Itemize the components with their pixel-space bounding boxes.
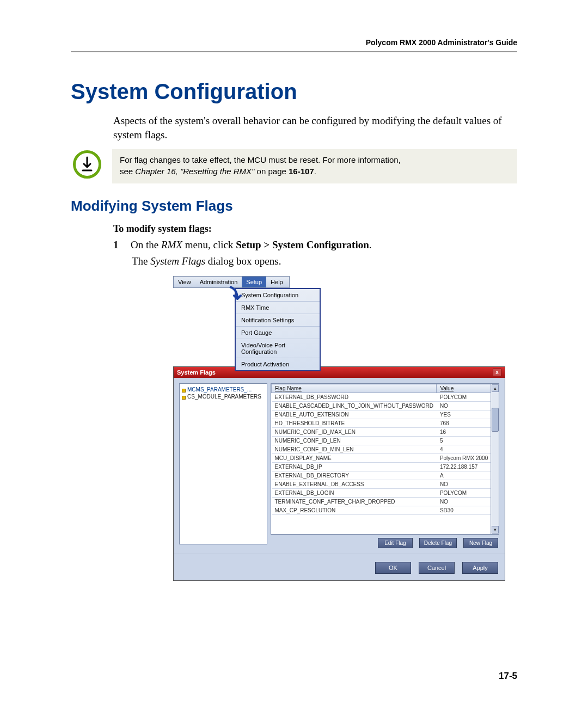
heading-modifying-system-flags: Modifying System Flags	[71, 198, 517, 214]
table-row[interactable]: ENABLE_EXTERNAL_DB_ACCESSNO	[272, 480, 499, 489]
flag-name-cell: ENABLE_CASCADED_LINK_TO_JOIN_WITHOUT_PAS…	[272, 402, 437, 410]
flag-name-cell: TERMINATE_CONF_AFTER_CHAIR_DROPPED	[272, 498, 437, 506]
table-row[interactable]: ENABLE_CASCADED_LINK_TO_JOIN_WITHOUT_PAS…	[272, 402, 499, 410]
flag-value-cell: 5	[437, 437, 499, 445]
note-line2-prefix: see	[120, 167, 135, 176]
tree-item-cs-module-parameters[interactable]: CS_MODULE_PARAMETERS	[182, 393, 265, 400]
intro-paragraph: Aspects of the system's overall behavior…	[113, 114, 517, 142]
flag-value-cell: POLYCOM	[437, 489, 499, 498]
delete-flag-button[interactable]: Delete Flag	[419, 538, 457, 548]
procedure-title: To modify system flags:	[113, 223, 517, 235]
flag-value-cell: POLYCOM	[437, 393, 499, 402]
step1-suffix: .	[369, 239, 372, 250]
flag-value-cell: Polycom RMX 2000	[437, 454, 499, 463]
new-flag-button[interactable]: New Flag	[463, 538, 498, 548]
note-chapter-ref: Chapter 16, "Resetting the RMX"	[135, 167, 254, 176]
result-pre: The	[132, 255, 150, 267]
col-value[interactable]: Value	[437, 384, 499, 393]
page-number: 17-5	[499, 671, 517, 682]
menubar: View Administration Setup Help	[173, 276, 290, 288]
flag-value-cell: NO	[437, 498, 499, 506]
table-row[interactable]: MCU_DISPLAY_NAMEPolycom RMX 2000	[272, 454, 499, 463]
note-line1: For flag changes to take effect, the MCU…	[120, 155, 401, 164]
scroll-thumb[interactable]	[492, 408, 499, 432]
dropdown-system-configuration[interactable]: System Configuration	[236, 289, 320, 302]
dropdown-notification-settings[interactable]: Notification Settings	[236, 314, 320, 327]
flag-value-cell: 16	[437, 428, 499, 437]
apply-button[interactable]: Apply	[462, 562, 498, 574]
note-line2-mid: on page	[254, 167, 289, 176]
table-row[interactable]: NUMERIC_CONF_ID_LEN5	[272, 437, 499, 445]
flag-value-cell: YES	[437, 410, 499, 419]
step1-pre: On the	[131, 239, 161, 250]
flag-value-cell: 172.22.188.157	[437, 463, 499, 471]
flag-name-cell: MCU_DISPLAY_NAME	[272, 454, 437, 463]
ok-button[interactable]: OK	[375, 562, 411, 574]
heading-system-configuration: System Configuration	[71, 79, 517, 104]
note-page-ref: 16-107	[289, 167, 314, 176]
dropdown-video-voice-port-configuration[interactable]: Video/Voice Port Configuration	[236, 339, 320, 358]
step1-result: The System Flags dialog box opens.	[132, 255, 517, 267]
note-box: For flag changes to take effect, the MCU…	[112, 149, 517, 183]
col-flag-name[interactable]: Flag Name	[272, 384, 437, 393]
flag-name-cell: EXTERNAL_DB_LOGIN	[272, 489, 437, 498]
flag-value-cell: A	[437, 471, 499, 480]
table-row[interactable]: TERMINATE_CONF_AFTER_CHAIR_DROPPEDNO	[272, 498, 499, 506]
flags-grid[interactable]: Flag Name Value EXTERNAL_DB_PASSWORDPOLY…	[271, 383, 499, 535]
flag-value-cell: NO	[437, 402, 499, 410]
dropdown-product-activation[interactable]: Product Activation	[236, 358, 320, 370]
flag-value-cell: 768	[437, 419, 499, 428]
flag-name-cell: ENABLE_AUTO_EXTENSION	[272, 410, 437, 419]
flag-name-cell: EXTERNAL_DB_IP	[272, 463, 437, 471]
table-row[interactable]: EXTERNAL_DB_PASSWORDPOLYCOM	[272, 393, 499, 402]
flag-name-cell: NUMERIC_CONF_ID_MIN_LEN	[272, 445, 437, 454]
dialog-title: System Flags	[177, 369, 216, 376]
dialog-titlebar: System Flags x	[174, 367, 505, 378]
flag-name-cell: EXTERNAL_DB_DIRECTORY	[272, 471, 437, 480]
params-tree[interactable]: MCMS_PARAMETERS_... CS_MODULE_PARAMETERS	[179, 383, 267, 544]
table-row[interactable]: MAX_CP_RESOLUTIONSD30	[272, 506, 499, 515]
flag-name-cell: HD_THRESHOLD_BITRATE	[272, 419, 437, 428]
dropdown-rmx-time[interactable]: RMX Time	[236, 302, 320, 314]
step1-mid: menu, click	[182, 239, 236, 250]
flag-name-cell: ENABLE_EXTERNAL_DB_ACCESS	[272, 480, 437, 489]
table-row[interactable]: ENABLE_AUTO_EXTENSIONYES	[272, 410, 499, 419]
flag-value-cell: NO	[437, 480, 499, 489]
dropdown-port-gauge[interactable]: Port Gauge	[236, 327, 320, 339]
setup-dropdown: System Configuration RMX Time Notificati…	[235, 288, 321, 371]
table-row[interactable]: EXTERNAL_DB_IP172.22.188.157	[272, 463, 499, 471]
grid-scrollbar[interactable]: ▴ ▾	[491, 384, 499, 534]
edit-flag-button[interactable]: Edit Flag	[378, 538, 413, 548]
table-row[interactable]: NUMERIC_CONF_ID_MIN_LEN4	[272, 445, 499, 454]
note-icon	[73, 150, 101, 179]
menu-administration[interactable]: Administration	[195, 277, 242, 287]
step-1: 1 On the RMX menu, click Setup > System …	[113, 238, 517, 253]
flag-name-cell: NUMERIC_CONF_ID_MAX_LEN	[272, 428, 437, 437]
scroll-down-icon[interactable]: ▾	[492, 526, 499, 534]
close-icon[interactable]: x	[493, 369, 501, 376]
note-line2-suffix: .	[314, 167, 316, 176]
flag-name-cell: NUMERIC_CONF_ID_LEN	[272, 437, 437, 445]
flag-name-cell: MAX_CP_RESOLUTION	[272, 506, 437, 515]
flag-name-cell: EXTERNAL_DB_PASSWORD	[272, 393, 437, 402]
result-post: dialog box opens.	[205, 255, 281, 267]
tree-item-mcms-parameters[interactable]: MCMS_PARAMETERS_...	[182, 386, 265, 393]
step-1-number: 1	[113, 238, 121, 253]
flag-value-cell: SD30	[437, 506, 499, 515]
menu-help[interactable]: Help	[266, 277, 287, 287]
step1-menu-path: Setup > System Configuration	[236, 239, 369, 250]
menu-setup[interactable]: Setup	[242, 277, 266, 287]
flag-value-cell: 4	[437, 445, 499, 454]
system-flags-dialog: System Flags x MCMS_PARAMETERS_... CS_MO…	[173, 366, 505, 581]
table-row[interactable]: EXTERNAL_DB_LOGINPOLYCOM	[272, 489, 499, 498]
result-dialog-name: System Flags	[150, 255, 205, 267]
step1-rmx: RMX	[161, 239, 182, 250]
table-row[interactable]: EXTERNAL_DB_DIRECTORYA	[272, 471, 499, 480]
running-header: Polycom RMX 2000 Administrator's Guide	[71, 38, 517, 52]
scroll-up-icon[interactable]: ▴	[492, 384, 499, 392]
menu-view[interactable]: View	[174, 277, 195, 287]
table-row[interactable]: NUMERIC_CONF_ID_MAX_LEN16	[272, 428, 499, 437]
table-row[interactable]: HD_THRESHOLD_BITRATE768	[272, 419, 499, 428]
cancel-button[interactable]: Cancel	[419, 562, 455, 574]
